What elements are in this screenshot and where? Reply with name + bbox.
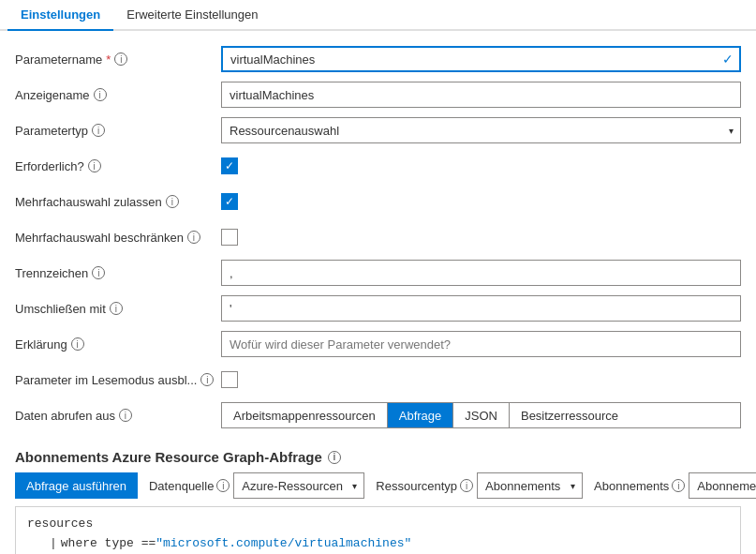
code-where-value: "microsoft.compute/virtualmachines" — [156, 534, 411, 554]
umschliessen-control — [221, 295, 741, 322]
tab-bar: Einstellungen Erweiterte Einstellungen — [0, 0, 756, 31]
radio-json[interactable]: JSON — [453, 403, 510, 427]
abonnements-select-wrapper: Abonnement ▾ — [689, 472, 756, 499]
mehrfach-zulassen-info-icon[interactable]: i — [166, 195, 179, 208]
code-pipe-1: | — [50, 534, 57, 554]
parametertyp-label: Parametertyp i — [15, 124, 221, 138]
umschliessen-input[interactable] — [221, 295, 741, 322]
anzeigename-row: Anzeigename i — [15, 82, 741, 108]
settings-form: Parametername * i ✓ Anzeigename i Parame… — [0, 46, 756, 428]
trennzeichen-info-icon[interactable]: i — [92, 266, 105, 279]
ressourcentyp-label: Ressourcentyp i — [376, 479, 473, 493]
parametername-info-icon[interactable]: i — [114, 52, 127, 66]
datenquelle-label: Datenquelle i — [149, 479, 230, 493]
daten-abrufen-label: Daten abrufen aus i — [15, 409, 221, 423]
anzeigename-info-icon[interactable]: i — [94, 88, 107, 101]
ressourcentyp-info-icon[interactable]: i — [460, 479, 473, 492]
lesemodus-row: Parameter im Lesemodus ausbl... i — [15, 367, 741, 393]
lesemodus-info-icon[interactable]: i — [200, 373, 214, 386]
datenquelle-select-wrapper: Azure-Ressourcen ▾ — [233, 472, 364, 499]
code-where-keyword: where type == — [61, 534, 156, 554]
code-editor[interactable]: resources | where type == "microsoft.com… — [15, 506, 741, 554]
parametertyp-control: Ressourcenauswahl Text Dropdown ▾ — [221, 117, 741, 143]
erforderlich-checkmark: ✓ — [225, 160, 234, 172]
erforderlich-row: Erforderlich? i ✓ — [15, 153, 741, 179]
erforderlich-checkbox[interactable]: ✓ — [221, 157, 238, 174]
daten-abrufen-radio-group: Arbeitsmappenressourcen Abfrage JSON Bes… — [221, 402, 741, 428]
umschliessen-label: Umschließen mit i — [15, 302, 221, 316]
mehrfach-zulassen-checkmark: ✓ — [225, 196, 234, 207]
run-query-button[interactable]: Abfrage ausführen — [15, 472, 138, 499]
parametertyp-select-wrapper: Ressourcenauswahl Text Dropdown ▾ — [221, 117, 741, 143]
abonnements-select[interactable]: Abonnement — [689, 472, 756, 499]
trennzeichen-control — [221, 260, 741, 286]
radio-besitzer[interactable]: Besitzerressource — [510, 403, 630, 427]
radio-arbeitsmappen[interactable]: Arbeitsmappenressourcen — [222, 403, 388, 427]
mehrfach-beschranken-row: Mehrfachauswahl beschränken i — [15, 224, 741, 250]
code-line-2: | where type == "microsoft.compute/virtu… — [27, 534, 729, 554]
daten-abrufen-row: Daten abrufen aus i Arbeitsmappenressour… — [15, 402, 741, 428]
trennzeichen-label: Trennzeichen i — [15, 266, 221, 280]
erforderlich-info-icon[interactable]: i — [88, 159, 101, 172]
erklarung-control — [221, 331, 741, 357]
mehrfach-zulassen-control: ✓ — [221, 193, 741, 210]
abonnements-label: Abonnements i — [594, 479, 685, 493]
query-section: Abfrage ausführen Datenquelle i Azure-Re… — [0, 472, 756, 554]
erklarung-row: Erklärung i — [15, 331, 741, 357]
parametername-input-wrapper: ✓ — [221, 46, 741, 72]
erforderlich-checkbox-wrapper: ✓ — [221, 157, 741, 174]
tab-einstellungen[interactable]: Einstellungen — [7, 0, 113, 31]
lesemodus-checkbox-wrapper — [221, 371, 741, 388]
mehrfach-beschranken-checkbox[interactable] — [221, 229, 238, 246]
lesemodus-checkbox[interactable] — [221, 371, 238, 388]
code-resources: resources — [27, 515, 93, 534]
parametername-control: ✓ — [221, 46, 741, 72]
mehrfach-zulassen-row: Mehrfachauswahl zulassen i ✓ — [15, 188, 741, 215]
mehrfach-beschranken-info-icon[interactable]: i — [187, 231, 200, 244]
parametername-input[interactable] — [221, 46, 741, 72]
datenquelle-select[interactable]: Azure-Ressourcen — [233, 472, 364, 499]
ressourcentyp-select[interactable]: Abonnements — [477, 472, 583, 499]
mehrfach-beschranken-checkbox-wrapper — [221, 229, 741, 246]
ressourcentyp-group: Ressourcentyp i Abonnements ▾ — [376, 472, 583, 499]
parametername-row: Parametername * i ✓ — [15, 46, 741, 72]
code-line-1: resources — [27, 515, 729, 534]
anzeigename-label: Anzeigename i — [15, 88, 221, 102]
daten-abrufen-info-icon[interactable]: i — [119, 409, 132, 422]
mehrfach-zulassen-checkbox[interactable]: ✓ — [221, 193, 238, 210]
datenquelle-info-icon[interactable]: i — [216, 479, 230, 492]
erklarung-info-icon[interactable]: i — [71, 337, 84, 351]
abonnements-group: Abonnements i Abonnement ▾ — [594, 472, 756, 499]
umschliessen-info-icon[interactable]: i — [110, 302, 123, 315]
datenquelle-group: Datenquelle i Azure-Ressourcen ▾ — [149, 472, 364, 499]
umschliessen-row: Umschließen mit i — [15, 295, 741, 322]
query-section-info-icon[interactable]: i — [328, 451, 341, 464]
parametertyp-row: Parametertyp i Ressourcenauswahl Text Dr… — [15, 117, 741, 143]
mehrfach-beschranken-label: Mehrfachauswahl beschränken i — [15, 231, 221, 245]
parametertyp-select[interactable]: Ressourcenauswahl Text Dropdown — [221, 117, 741, 143]
parametertyp-info-icon[interactable]: i — [92, 124, 105, 137]
erklarung-input[interactable] — [221, 331, 741, 357]
mehrfach-beschranken-control — [221, 229, 741, 246]
erklarung-label: Erklärung i — [15, 337, 221, 352]
trennzeichen-input[interactable] — [221, 260, 741, 286]
mehrfach-zulassen-checkbox-wrapper: ✓ — [221, 193, 741, 210]
anzeigename-input[interactable] — [221, 82, 741, 108]
anzeigename-control — [221, 82, 741, 108]
check-icon: ✓ — [722, 52, 734, 67]
required-star: * — [106, 52, 111, 67]
mehrfach-zulassen-label: Mehrfachauswahl zulassen i — [15, 195, 221, 209]
query-toolbar: Abfrage ausführen Datenquelle i Azure-Re… — [15, 472, 741, 499]
erforderlich-label: Erforderlich? i — [15, 159, 221, 173]
query-section-title: Abonnements Azure Resource Graph-Abfrage… — [0, 438, 756, 472]
trennzeichen-row: Trennzeichen i — [15, 260, 741, 286]
ressourcentyp-select-wrapper: Abonnements ▾ — [477, 472, 583, 499]
parametername-label: Parametername * i — [15, 52, 221, 67]
erforderlich-control: ✓ — [221, 157, 741, 174]
radio-abfrage[interactable]: Abfrage — [388, 403, 454, 427]
abonnements-info-icon[interactable]: i — [672, 479, 685, 492]
tab-erweiterte[interactable]: Erweiterte Einstellungen — [113, 0, 271, 31]
daten-abrufen-control: Arbeitsmappenressourcen Abfrage JSON Bes… — [221, 402, 741, 428]
lesemodus-label: Parameter im Lesemodus ausbl... i — [15, 373, 221, 387]
lesemodus-control — [221, 371, 741, 388]
